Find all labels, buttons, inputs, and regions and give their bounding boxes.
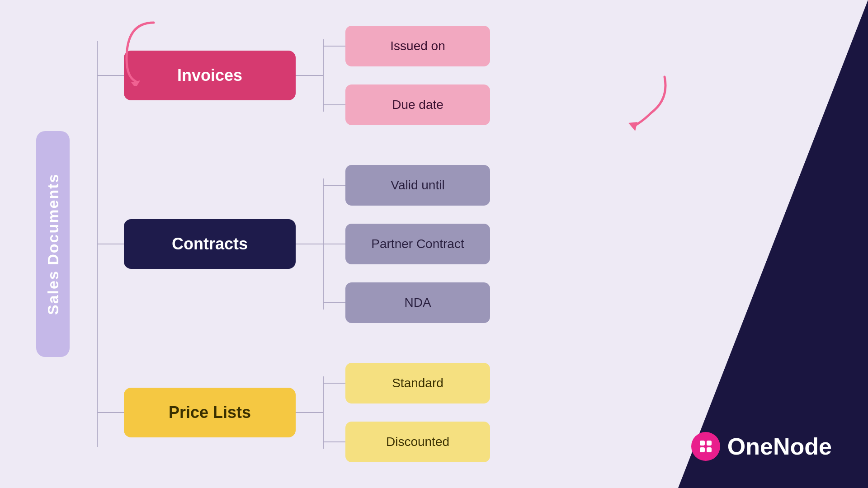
partner-contract-entry: Partner Contract [323, 219, 490, 269]
svg-rect-2 [700, 441, 705, 446]
h-line-valid-until [323, 185, 345, 186]
dark-triangle-background [678, 0, 868, 488]
discounted-entry: Discounted [323, 417, 490, 467]
nda-node: NDA [345, 282, 490, 323]
h-line-to-contracts-children [296, 244, 323, 244]
h-line-discounted [323, 441, 345, 442]
h-line-to-pricelists-children [296, 412, 323, 413]
h-line-contracts [97, 244, 124, 244]
top-left-arrow [118, 14, 172, 86]
svg-marker-1 [628, 122, 637, 131]
diagram-wrapper: Sales Documents Invoices [36, 6, 490, 482]
partner-contract-node: Partner Contract [345, 224, 490, 264]
h-line-to-invoices-children [296, 75, 323, 76]
contracts-row: Contracts Valid until [97, 156, 490, 332]
invoices-children: Issued on Due date [323, 17, 490, 134]
svg-rect-5 [707, 447, 712, 452]
standard-node: Standard [345, 363, 490, 404]
contracts-node: Contracts [124, 219, 296, 269]
pricelists-children-vline [323, 376, 324, 449]
contracts-children: Valid until Partner Contract [323, 156, 490, 332]
valid-until-node: Valid until [345, 165, 490, 206]
onenode-text: OneNode [727, 433, 832, 460]
invoices-children-vline [323, 39, 324, 112]
pricelists-node: Price Lists [124, 388, 296, 437]
nda-entry: NDA [323, 278, 490, 328]
valid-until-entry: Valid until [323, 160, 490, 210]
onenode-icon [691, 432, 720, 461]
h-line-partner-contract [323, 244, 345, 244]
issued-on-node: Issued on [345, 26, 490, 66]
issued-on-entry: Issued on [323, 21, 490, 71]
pricelists-row: Price Lists Standard [97, 354, 490, 471]
pricelists-children: Standard Discounted [323, 354, 490, 471]
h-line-pricelists [97, 412, 124, 413]
h-line-nda [323, 302, 345, 303]
svg-rect-3 [707, 441, 712, 446]
top-right-arrow [610, 72, 674, 136]
h-line-due-date [323, 104, 345, 105]
due-date-entry: Due date [323, 80, 490, 130]
discounted-node: Discounted [345, 422, 490, 462]
h-line-standard [323, 383, 345, 384]
contracts-children-vline [323, 178, 324, 310]
sales-documents-label: Sales Documents [36, 131, 70, 357]
standard-entry: Standard [323, 358, 490, 408]
due-date-node: Due date [345, 84, 490, 125]
h-line-issued-on [323, 46, 345, 47]
onenode-logo: OneNode [691, 432, 832, 461]
svg-rect-4 [700, 447, 705, 452]
